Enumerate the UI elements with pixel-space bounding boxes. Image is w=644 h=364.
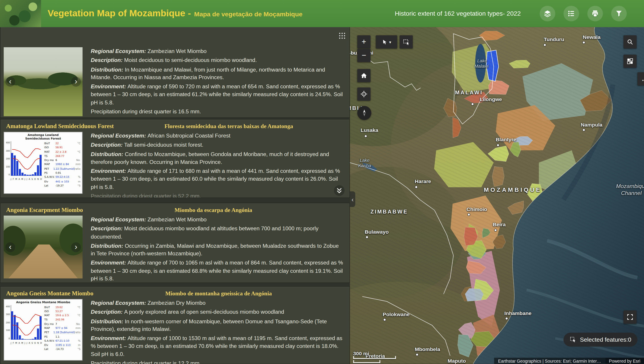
field-precipitation: Precipitation during driest quarter is 1…: [91, 359, 344, 364]
chart-stat-row: TS242.06: [44, 318, 80, 322]
chart-y-axis: 4003002001000: [6, 305, 11, 340]
compass-button[interactable]: [357, 106, 371, 120]
pointer-icon: [382, 39, 388, 45]
chart-stat-row: BioT22°C: [44, 141, 80, 146]
carousel-next-button[interactable]: ›: [71, 77, 81, 86]
rectangle-select-button[interactable]: [400, 35, 413, 48]
scroll-more-button[interactable]: [334, 185, 344, 196]
climate-chart-thumbnail: Angonia Gneiss Montane Miombo 4003002001…: [4, 299, 83, 361]
card-title-en: Angonia Escarpment Miombo: [6, 206, 83, 214]
chart-stat-row: Lat-14.73°S: [44, 347, 80, 352]
vegetation-description: Regional EcosystemAfrican Subtropical Co…: [91, 132, 346, 198]
chart-stats: BioT22°CISO58.91MAT22 ± 2.8°CTS269.77Dry…: [43, 141, 80, 188]
card-title-pt: Miombo da escarpa de Angónia: [83, 207, 344, 214]
app-logo: [0, 0, 41, 27]
card-title-pt: Miombo de montanha gneissica de Angónia: [93, 290, 344, 297]
chart-stat-row: PET1.18 [Subhumid]ratio: [44, 330, 80, 334]
card-title-pt: Floresta semidecidua das terras baixas d…: [114, 123, 344, 130]
chart-stat-row: PET1.22 [Subhumid]ratio: [44, 166, 80, 171]
measure-button[interactable]: ↔: [638, 72, 644, 86]
vegetation-card: Amatonga Lowland Semideciduous Forest Fl…: [0, 119, 350, 198]
chart-stat-row: Elv1195 ± 113m: [44, 343, 80, 347]
layers-button[interactable]: [540, 6, 555, 22]
field-distribution: DistributionOccurring in Zambia, Malawi …: [91, 242, 344, 258]
climate-chart-plot: [11, 141, 42, 176]
attribution-sources: Earthstar Geographics | Sources: Esri; G…: [494, 358, 605, 364]
rectangle-select-icon: [402, 38, 410, 46]
apps-grid-button[interactable]: [338, 31, 346, 40]
fullscreen-button[interactable]: [624, 310, 636, 324]
chart-title: Amatonga LowlandSemideciduous Forest: [6, 134, 80, 140]
map-view[interactable]: MALAWIZAMBIAMOZAMBIQUEZIMBABWETunduruNew…: [350, 27, 644, 364]
chart-stat-row: Elv441 ± 103m: [44, 179, 80, 184]
carousel-prev-button[interactable]: ‹: [5, 77, 15, 86]
search-button[interactable]: [624, 35, 636, 48]
powered-by-esri-link[interactable]: Powered by Esri: [605, 358, 644, 364]
selection-icon: [570, 336, 576, 343]
chart-stat-row: ISO58.91: [44, 146, 80, 150]
header-note: Historic extent of 162 vegetation types-…: [395, 10, 521, 17]
double-chevron-down-icon: [335, 186, 344, 195]
vegetation-photo: ‹ ›: [4, 47, 83, 116]
vegetation-description: Regional EcosystemZambezian Dry Miombo D…: [91, 299, 346, 364]
chart-stat-row: S.A.W.V.59:22:4:15%: [44, 175, 80, 179]
legend-button[interactable]: [564, 6, 579, 22]
basemap-gallery-button[interactable]: [624, 54, 636, 68]
chart-month-axis: JFMAMJJASOND: [11, 178, 42, 180]
scale-bar-line: [353, 358, 396, 359]
vegetation-card: Angonia Escarpment Miombo Miombo da esca…: [0, 203, 350, 283]
field-environment: EnvironmentAltitude range of 590 to 720 …: [91, 83, 344, 106]
panel-collapse-handle[interactable]: ‹: [350, 192, 355, 207]
basemap-grid-icon: [626, 58, 634, 65]
card-title-en: Angonia Gneiss Montane Miombo: [6, 290, 94, 297]
chart-stat-row: MAP977 ± 94mm: [44, 326, 80, 330]
print-icon: [591, 10, 599, 18]
carousel-next-button[interactable]: ›: [71, 242, 81, 252]
lake-malawi-water: [475, 44, 486, 83]
chart-stat-row: MAP1060 ± 84mm: [44, 162, 80, 166]
field-description: DescriptionA poorly explored area of ope…: [91, 308, 344, 316]
legend-list-icon: [567, 10, 576, 18]
app: Vegetation Map of Mozambique - Mapa de v…: [0, 0, 644, 364]
locate-crosshair-icon: [360, 90, 368, 98]
zoom-in-button[interactable]: +: [357, 35, 370, 48]
field-description: DescriptionMoist deciduous miombo woodla…: [91, 225, 344, 240]
zoom-out-button[interactable]: −: [357, 49, 370, 62]
chevron-down-icon: ▾: [389, 40, 391, 44]
chart-stat-row: S.A.W.V.67:21:1:10%: [44, 339, 80, 343]
climate-chart-thumbnail: Amatonga LowlandSemideciduous Forest 400…: [4, 132, 83, 194]
apps-grid-icon: [338, 32, 346, 40]
field-precipitation: Precipitation during driest quarter is 1…: [91, 108, 344, 115]
field-environment: EnvironmentAltitude range of 171 to 680 …: [91, 167, 344, 191]
page-subtitle: Mapa de vegetação de Moçambique: [194, 11, 302, 18]
chart-stat-row: PS0.91: [44, 171, 80, 175]
chart-stat-row: MAT19.6 ± 2.5°C: [44, 314, 80, 318]
chart-stat-row: Dry mo6No.: [44, 158, 80, 162]
layers-icon: [544, 10, 552, 18]
map-attribution: Earthstar Geographics | Sources: Esri; G…: [494, 358, 644, 364]
filter-button[interactable]: [611, 6, 627, 22]
app-title-group: Vegetation Map of Mozambique - Mapa de v…: [48, 8, 302, 19]
header-toolbar: Historic extent of 162 vegetation types-…: [395, 6, 644, 22]
field-precipitation: Precipitation during driest quarter is 5…: [91, 192, 344, 198]
selected-features-pill[interactable]: Selected features:0: [564, 333, 638, 346]
field-regional-ecosystem: Regional EcosystemAfrican Subtropical Co…: [91, 132, 344, 140]
field-description: DescriptionTall semi-deciduous moist for…: [91, 141, 344, 149]
home-button[interactable]: [357, 69, 370, 82]
vegetation-card: ‹ › Regional EcosystemZambezian Wet Miom…: [0, 27, 350, 118]
select-tool-button[interactable]: ▾: [376, 35, 397, 48]
carousel-prev-button[interactable]: ‹: [5, 242, 15, 252]
vegetation-card: Angonia Gneiss Montane Miombo Miombo de …: [0, 286, 350, 364]
field-description: DescriptionMoist deciduous to semi-decid…: [91, 56, 344, 64]
chart-stat-row: TS269.77: [44, 154, 80, 158]
field-regional-ecosystem: Regional EcosystemZambezian Dry Miombo: [91, 299, 344, 307]
vegetation-description: Regional EcosystemZambezian Wet Miombo D…: [91, 216, 346, 284]
map-canvas[interactable]: [350, 27, 644, 364]
chart-stat-row: ISO53.27: [44, 309, 80, 314]
print-button[interactable]: [588, 6, 603, 22]
scale-bar-line-2: [353, 362, 380, 363]
search-icon: [626, 38, 634, 46]
field-environment: EnvironmentAltitude range of 700 to 1065…: [91, 259, 344, 282]
field-regional-ecosystem: Regional EcosystemZambezian Wet Miombo: [91, 216, 344, 223]
locate-button[interactable]: [357, 88, 370, 100]
